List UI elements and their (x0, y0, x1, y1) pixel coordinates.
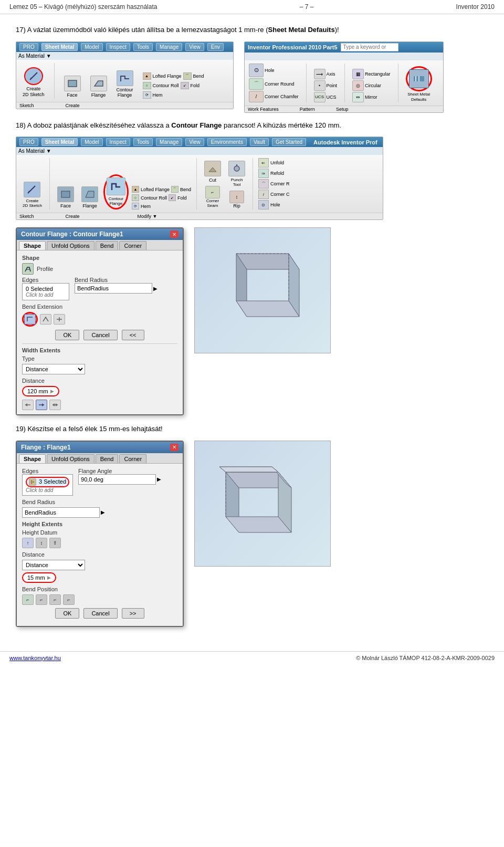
circ-icon[interactable]: ◎ (352, 80, 364, 91)
tools-tab-2[interactable]: Tools (133, 138, 153, 146)
pro-btn-2[interactable]: PRO (19, 138, 38, 146)
vault-tab[interactable]: Vault (250, 138, 269, 146)
ok-btn-2[interactable]: OK (55, 608, 79, 619)
point-icon[interactable]: • (314, 80, 326, 91)
lofted-row: ▲ Lofted Flange ⌒ Bend (143, 72, 204, 80)
sep3 (344, 64, 345, 102)
edges-select-icon[interactable]: ▷ (29, 478, 36, 486)
hem-icon: ⟳ (143, 91, 151, 99)
manage-tab-2[interactable]: Manage (156, 138, 182, 146)
tab-shape-1[interactable]: Shape (19, 241, 46, 250)
bend-pos-icon-3[interactable]: ⌐ (49, 594, 61, 605)
bend-pos-icon-2[interactable]: ⌐ (36, 594, 47, 605)
flange-label-left: Flange (91, 92, 106, 98)
bend-radius-input[interactable] (75, 283, 152, 294)
bend-ext-icon-2[interactable] (40, 314, 51, 325)
refold-icon[interactable]: ⇒ (258, 169, 269, 178)
create-sketch-btn-2[interactable]: Create2D Sketch (20, 181, 44, 210)
circ-row: ◎ Circular (352, 80, 391, 91)
bend-pos-icon-1[interactable]: ⌐ (22, 594, 34, 605)
flange-bend-radius-input[interactable] (22, 507, 100, 518)
sheet-metal-tab-2[interactable]: Sheet Metal (41, 138, 78, 146)
corner-r-icon[interactable]: ⌒ (258, 179, 269, 189)
height-datum-icons: ↑ ↕ ⇧ (22, 538, 177, 548)
bend-pos-icon-4[interactable]: ⌐ (63, 594, 75, 605)
cancel-btn-2[interactable]: Cancel (83, 608, 117, 619)
mirror-icon[interactable]: ⇔ (352, 92, 364, 102)
tools-tab-left[interactable]: Tools (133, 43, 153, 51)
model-tab-2[interactable]: Model (81, 138, 102, 146)
corner-seam-btn[interactable]: ⌐ CornerSeam (202, 185, 223, 210)
flange-angle-input[interactable] (78, 474, 156, 485)
bend-radius-arrow: ▶ (153, 286, 158, 291)
cut-btn[interactable]: Cut (202, 160, 223, 184)
bend-ext-icon-1[interactable] (24, 314, 36, 325)
dir-icon-1[interactable] (22, 400, 34, 410)
lofted-icon-2[interactable]: ▲ (132, 186, 139, 193)
dir-icon-2[interactable] (36, 400, 47, 410)
env-tab-left[interactable]: Env (207, 43, 224, 51)
get-started-tab[interactable]: Get Started (272, 138, 306, 146)
tab-unfold-1[interactable]: Unfold Options (47, 241, 94, 250)
bend-ext-icon-3[interactable] (54, 314, 65, 325)
ok-btn-1[interactable]: OK (55, 330, 79, 340)
tab-corner-1[interactable]: Corner (119, 241, 146, 250)
face-btn-2[interactable]: Face (55, 185, 76, 210)
tab-unfold-2[interactable]: Unfold Options (47, 454, 94, 463)
punch-tool-btn[interactable]: PunchTool (226, 160, 247, 189)
axis-icon[interactable]: ⟶ (314, 69, 326, 79)
collapse-btn-1[interactable]: << (122, 330, 144, 340)
contour-flange-btn-left[interactable]: ContourFlange (114, 69, 135, 99)
height-datum-icon-3[interactable]: ⇧ (49, 538, 61, 548)
hole-icon[interactable]: ⊙ (249, 64, 264, 77)
pattern-group: ▦ Rectangular ◎ Circular ⇔ Mirror (352, 69, 391, 102)
inspect-tab-left[interactable]: Inspect (106, 43, 130, 51)
pro-btn-left[interactable]: PRO (19, 43, 38, 51)
contour-roll-icon-2[interactable]: ○ (132, 194, 139, 201)
view-tab-left[interactable]: View (185, 43, 204, 51)
rip-btn[interactable]: ↕ Rip (226, 190, 247, 210)
keyword-search[interactable] (341, 43, 398, 51)
ucs-icon[interactable]: UCS (314, 92, 326, 102)
dialog-close-btn-2[interactable]: ✕ (170, 444, 178, 451)
contour-flange-btn-2[interactable]: ContourFlange (107, 177, 125, 206)
view-tab-2[interactable]: View (185, 138, 204, 146)
unfold-icon[interactable]: ⇐ (258, 158, 269, 168)
fold-icon-2[interactable]: ↙ (169, 194, 176, 201)
flange-dist-select[interactable]: Distance (22, 560, 85, 570)
create-2d-sketch-btn[interactable]: Create2D Sketch (20, 66, 47, 99)
flange-btn-2[interactable]: Flange (79, 185, 100, 210)
model-tab-left[interactable]: Model (81, 43, 102, 51)
cut-label: Cut (209, 177, 216, 183)
sheet-metal-tab-left[interactable]: Sheet Metal (41, 43, 78, 51)
inspect-tab-2[interactable]: Inspect (106, 138, 130, 146)
bend-icon-2[interactable]: ⌒ (171, 186, 178, 193)
as-material-bar-left: As Material ▼ (16, 52, 233, 60)
environments-tab[interactable]: Environments (207, 138, 247, 146)
tab-shape-2[interactable]: Shape (19, 454, 46, 463)
corner-c-icon[interactable]: / (258, 190, 269, 199)
type-select[interactable]: Distance (22, 364, 85, 374)
dialog-close-btn-1[interactable]: ✕ (170, 231, 178, 238)
height-datum-icon-1[interactable]: ↑ (22, 538, 34, 548)
profile-select-icon[interactable] (22, 263, 34, 275)
dir-icon-3[interactable] (49, 400, 61, 410)
height-datum-icon-2[interactable]: ↕ (36, 538, 47, 548)
manage-tab-left[interactable]: Manage (156, 43, 182, 51)
tab-bend-1[interactable]: Bend (96, 241, 119, 250)
face-btn-left[interactable]: Face (62, 75, 83, 99)
rect-icon[interactable]: ▦ (352, 69, 364, 79)
cancel-btn-1[interactable]: Cancel (83, 330, 117, 340)
expand-btn-2[interactable]: >> (122, 608, 144, 619)
sheet-defaults-btn[interactable] (409, 69, 429, 88)
tab-bend-2[interactable]: Bend (96, 454, 119, 463)
hole-icon-2[interactable]: ⊙ (258, 200, 269, 210)
corner-round-icon[interactable]: ⌒ (249, 78, 264, 90)
corner-chamfer-icon[interactable]: / (249, 91, 264, 102)
distance-arrow: ▶ (50, 389, 54, 394)
hole-row: ⊙ Hole (249, 64, 299, 77)
hem-icon-2[interactable]: ⟳ (132, 203, 139, 210)
flange-btn-left[interactable]: Flange (88, 75, 109, 99)
footer-link[interactable]: www.tankonyvtar.hu (9, 655, 61, 661)
tab-corner-2[interactable]: Corner (119, 454, 146, 463)
